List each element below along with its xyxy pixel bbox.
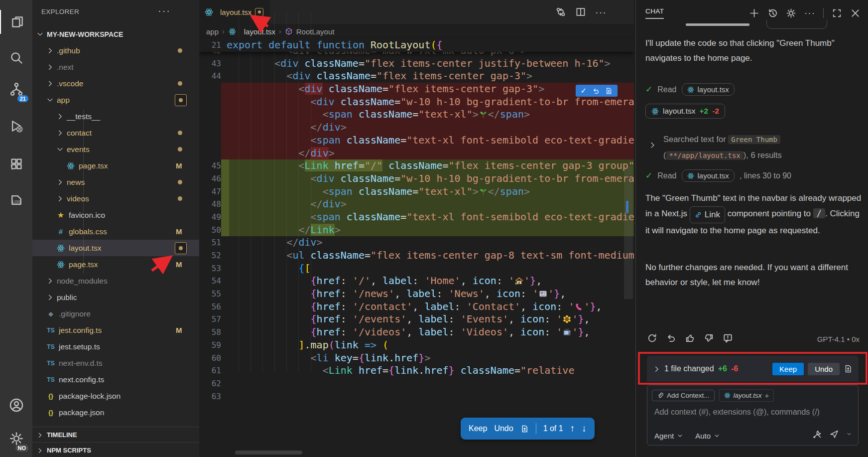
code-line[interactable]: 54{href: '/', label: 'Home', icon: ''},	[199, 275, 634, 288]
code-line[interactable]: 62	[199, 377, 634, 390]
tree-item--vscode[interactable]: .vscode	[32, 75, 199, 92]
tool-step-read-lines[interactable]: ✓Readlayout.tsx, lines 30 to 90	[645, 169, 791, 182]
chevron-right-icon[interactable]	[653, 365, 660, 373]
code-editor[interactable]: 42<div className="max-w-7xl mx-auto px-6…	[199, 44, 634, 403]
activity-item-explorer[interactable]	[0, 10, 33, 34]
tree-item-jest-config-ts[interactable]: TSjest.config.tsM	[32, 322, 199, 338]
report-issue-icon[interactable]	[723, 333, 733, 343]
undo-button[interactable]: Undo	[494, 424, 513, 433]
tree-item--next[interactable]: .next	[32, 59, 199, 75]
tree-item-page-tsx[interactable]: page.tsxM	[32, 157, 199, 174]
undo-all-button[interactable]: Undo	[808, 363, 840, 375]
activity-item-source-control[interactable]: 21	[0, 77, 32, 101]
breadcrumb-app[interactable]: app	[206, 27, 219, 36]
new-chat-icon[interactable]	[749, 8, 759, 18]
code-line[interactable]: 61<Link href={link.href} className="rela…	[199, 364, 634, 377]
tree-item-videos[interactable]: videos	[32, 190, 199, 207]
maximize-panel-icon[interactable]	[832, 8, 842, 18]
chevron-down-icon[interactable]	[846, 431, 852, 437]
vertical-scrollbar[interactable]	[624, 166, 633, 299]
tree-item--gitignore[interactable]: ◆.gitignore	[32, 305, 199, 322]
code-line[interactable]: 44<div className="flex items-center gap-…	[199, 70, 634, 83]
next-change-icon[interactable]: ↓	[582, 423, 587, 434]
deleted-line[interactable]: </div>	[199, 147, 634, 160]
changed-file-pill[interactable]: layout.tsx+2-2	[645, 104, 725, 119]
context-file-pill[interactable]: layout.tsx +	[719, 389, 774, 402]
more-actions-icon[interactable]: ···	[595, 6, 607, 18]
code-line[interactable]: 53{[	[199, 262, 634, 275]
view-changes-icon[interactable]	[844, 364, 853, 373]
deleted-line[interactable]: <span className="text-xl font-semibold e…	[199, 134, 634, 147]
undo-response-icon[interactable]	[666, 333, 676, 343]
code-line[interactable]: 51</div>	[199, 236, 634, 249]
tools-icon[interactable]	[812, 429, 822, 439]
add-context-button[interactable]: Add Context...	[652, 390, 715, 401]
horizontal-scrollbar[interactable]	[235, 451, 302, 455]
inline-diff-actions[interactable]: ✓	[576, 85, 618, 97]
tree-item--tests-[interactable]: __tests__	[32, 108, 199, 125]
activity-item-log-output[interactable]: LOG	[0, 188, 32, 212]
file-pill[interactable]: layout.tsx	[682, 83, 735, 96]
chat-edit-modified-icon[interactable]	[255, 8, 263, 16]
code-line[interactable]: 59].map(link => (	[199, 339, 634, 352]
compare-changes-icon[interactable]	[555, 6, 566, 18]
added-line[interactable]: 48</div>	[199, 198, 634, 211]
added-line[interactable]: 49<span className="text-xl font-semibold…	[199, 211, 634, 224]
tree-item-events[interactable]: events	[32, 141, 199, 157]
code-line[interactable]: 56{href: '/contact', label: 'Contact', i…	[199, 301, 634, 313]
chat-input[interactable]: Add Context... layout.tsx + Add context …	[647, 385, 859, 446]
tree-item-app[interactable]: app	[32, 92, 199, 108]
chat-input-placeholder[interactable]: Add context (#), extensions (@), command…	[654, 408, 820, 417]
activity-item-run-debug[interactable]	[0, 114, 32, 138]
chevron-right-icon[interactable]	[648, 141, 656, 149]
more-actions-icon[interactable]: ···	[804, 7, 815, 18]
tree-item-my-new-workspace[interactable]: MY-NEW-WORKSPACE	[32, 26, 199, 42]
discard-change-icon[interactable]	[592, 87, 600, 95]
code-line[interactable]: 43<div className="flex items-center just…	[199, 57, 634, 70]
section-npm-scripts[interactable]: NPM SCRIPTS	[32, 442, 199, 457]
code-line[interactable]: 57{href: '/events', label: 'Events', ico…	[199, 313, 634, 326]
tab-chat[interactable]: CHAT	[645, 7, 664, 19]
link-symbol-pill[interactable]: Link	[690, 206, 725, 223]
tree-item-node-modules[interactable]: node_modules	[32, 273, 199, 289]
model-picker[interactable]: Auto	[695, 432, 720, 440]
mode-picker[interactable]: Agent	[654, 432, 683, 440]
keep-all-button[interactable]: Keep	[772, 363, 804, 375]
tab-layout-tsx[interactable]: layout.tsx	[199, 0, 270, 24]
previous-change-icon[interactable]: ↑	[570, 423, 575, 434]
deleted-line[interactable]: <span className="text-xl"></span>	[199, 108, 634, 121]
code-line[interactable]: 60<li key={link.href}>	[199, 352, 634, 365]
open-file-icon[interactable]	[520, 425, 529, 433]
tree-item-package-lock-json[interactable]: {}package-lock.json	[32, 388, 199, 404]
code-line[interactable]: 55{href: '/news', label: 'News', icon: '…	[199, 288, 634, 301]
code-line[interactable]: 58{href: '/videos', label: 'Videos', ico…	[199, 326, 634, 339]
code-line[interactable]: 52<ul className="flex items-center gap-8…	[199, 249, 634, 262]
tree-item-news[interactable]: news	[32, 174, 199, 190]
tree-item-package-json[interactable]: {}package.json	[32, 404, 199, 421]
tree-item--github[interactable]: .github	[32, 42, 199, 59]
split-editor-icon[interactable]	[575, 6, 586, 18]
accept-change-icon[interactable]: ✓	[581, 86, 587, 95]
deleted-line[interactable]: <div className="flex items-center gap-3"…	[199, 83, 634, 96]
tree-item-page-tsx[interactable]: page.tsxM	[32, 256, 199, 273]
send-icon[interactable]	[829, 429, 839, 439]
breadcrumb[interactable]: app › layout.tsx › RootLayout	[206, 24, 334, 39]
deleted-line[interactable]: <div className="w-10 h-10 bg-gradient-to…	[199, 96, 634, 109]
activity-item-settings[interactable]: NO	[0, 427, 32, 451]
thumbs-up-icon[interactable]	[685, 333, 695, 343]
tree-item-layout-tsx[interactable]: layout.tsx	[32, 240, 199, 256]
chat-edit-badge[interactable]	[175, 242, 187, 254]
tree-item-jest-setup-ts[interactable]: TSjest.setup.ts	[32, 338, 199, 355]
sticky-scroll-line[interactable]: 21export default function RootLayout({	[199, 39, 634, 52]
tree-item-next-env-d-ts[interactable]: TSnext-env.d.ts	[32, 355, 199, 371]
tree-item-globals-css[interactable]: #globals.cssM	[32, 223, 199, 240]
file-change-pill[interactable]: layout.tsx+2-2	[645, 104, 725, 119]
tree-item-next-config-ts[interactable]: TSnext.config.ts	[32, 371, 199, 388]
settings-gear-icon[interactable]	[786, 8, 796, 18]
tree-item-public[interactable]: public	[32, 289, 199, 305]
activity-item-account[interactable]	[0, 393, 32, 417]
thumbs-down-icon[interactable]	[704, 333, 714, 343]
activity-item-extensions[interactable]	[0, 152, 32, 176]
file-pill[interactable]: layout.tsx	[682, 169, 735, 182]
explorer-more-icon[interactable]: ···	[158, 5, 171, 16]
